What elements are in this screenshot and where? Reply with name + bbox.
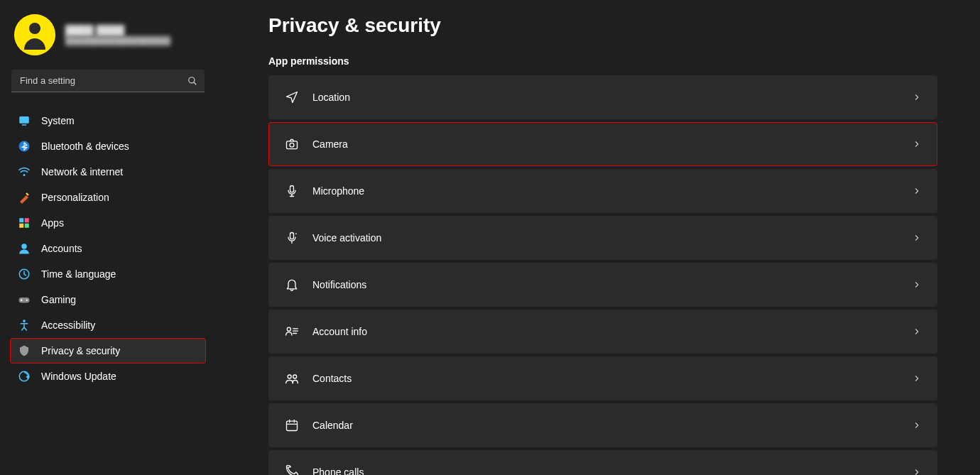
chevron-right-icon <box>912 233 922 243</box>
sidebar-item-accounts[interactable]: Accounts <box>10 236 206 261</box>
permission-item-microphone[interactable]: Microphone <box>268 169 937 213</box>
personalization-icon <box>17 190 31 204</box>
sidebar-item-system[interactable]: System <box>10 108 206 133</box>
accounts-icon <box>17 241 31 256</box>
svg-line-3 <box>194 82 197 85</box>
svg-rect-18 <box>287 141 298 149</box>
svg-point-16 <box>23 320 26 322</box>
sidebar-item-label: Time & language <box>41 268 116 280</box>
svg-rect-21 <box>290 233 294 239</box>
sidebar-item-label: System <box>41 115 75 126</box>
chevron-right-icon <box>912 420 922 430</box>
svg-point-27 <box>288 375 291 378</box>
svg-point-22 <box>295 233 297 234</box>
sidebar-item-bluetooth-devices[interactable]: Bluetooth & devices <box>10 133 206 159</box>
sidebar-item-windows-update[interactable]: Windows Update <box>10 364 206 389</box>
permission-label: Calendar <box>312 420 353 431</box>
svg-point-7 <box>23 174 26 176</box>
chevron-right-icon <box>912 186 922 196</box>
permission-label: Account info <box>312 326 367 337</box>
gaming-icon <box>17 293 31 307</box>
search-input[interactable] <box>11 70 205 92</box>
system-icon <box>17 114 31 128</box>
permission-item-voice-activation[interactable]: Voice activation <box>268 216 937 260</box>
svg-rect-20 <box>290 186 294 192</box>
svg-rect-8 <box>19 218 23 222</box>
sidebar-item-network-internet[interactable]: Network & internet <box>10 159 206 185</box>
page-title: Privacy & security <box>268 14 937 37</box>
time-language-icon <box>17 267 31 281</box>
sidebar-item-personalization[interactable]: Personalization <box>10 185 206 210</box>
main-content: Privacy & security App permissions Locat… <box>213 0 980 475</box>
permission-label: Camera <box>312 138 348 150</box>
svg-rect-11 <box>25 224 29 228</box>
wifi-icon <box>17 165 31 179</box>
svg-point-1 <box>29 23 40 34</box>
svg-rect-5 <box>22 124 26 126</box>
svg-point-28 <box>293 375 297 378</box>
bluetooth-icon <box>17 139 31 153</box>
svg-point-15 <box>26 300 28 301</box>
sidebar-item-privacy-security[interactable]: Privacy & security <box>10 338 206 364</box>
svg-point-2 <box>189 77 195 83</box>
svg-rect-10 <box>19 224 23 228</box>
permission-item-calendar[interactable]: Calendar <box>268 403 937 447</box>
sidebar-nav: SystemBluetooth & devicesNetwork & inter… <box>10 108 206 389</box>
user-name: ████ ████ <box>65 25 170 36</box>
section-title: App permissions <box>268 55 937 67</box>
permission-item-contacts[interactable]: Contacts <box>268 356 937 400</box>
sidebar-item-label: Apps <box>41 217 64 229</box>
sidebar-item-label: Bluetooth & devices <box>41 141 129 152</box>
avatar <box>14 14 55 55</box>
svg-rect-4 <box>19 116 29 124</box>
notifications-icon <box>284 277 300 293</box>
sidebar-item-label: Accessibility <box>41 320 95 331</box>
sidebar-item-accessibility[interactable]: Accessibility <box>10 312 206 338</box>
permissions-list: LocationCameraMicrophoneVoice activation… <box>268 75 937 475</box>
permission-item-account-info[interactable]: Account info <box>268 310 937 354</box>
user-info: ████ ████ ███████████████████ <box>65 25 170 45</box>
permission-label: Voice activation <box>312 232 381 244</box>
permission-item-notifications[interactable]: Notifications <box>268 263 937 307</box>
permission-item-phone-calls[interactable]: Phone calls <box>268 450 937 475</box>
permission-item-location[interactable]: Location <box>268 75 937 119</box>
svg-point-12 <box>21 244 27 249</box>
permission-label: Notifications <box>312 279 366 290</box>
sidebar-item-label: Network & internet <box>41 166 123 178</box>
account-info-icon <box>284 324 300 339</box>
sidebar-item-label: Accounts <box>41 243 82 254</box>
svg-rect-29 <box>287 421 298 430</box>
sidebar-item-label: Personalization <box>41 192 109 203</box>
voice-activation-icon <box>284 230 300 246</box>
location-icon <box>284 89 300 105</box>
permission-label: Location <box>312 92 350 103</box>
phone-calls-icon <box>284 464 300 475</box>
microphone-icon <box>284 183 300 199</box>
camera-icon <box>284 136 300 152</box>
chevron-right-icon <box>912 467 922 475</box>
permission-label: Contacts <box>312 373 352 384</box>
sidebar-item-label: Privacy & security <box>41 345 120 356</box>
permission-label: Microphone <box>312 185 364 197</box>
permission-item-camera[interactable]: Camera <box>268 122 937 166</box>
windows-update-icon <box>17 369 31 383</box>
sidebar: ████ ████ ███████████████████ SystemBlue… <box>0 0 213 475</box>
accessibility-icon <box>17 318 31 332</box>
chevron-right-icon <box>912 92 922 102</box>
contacts-icon <box>284 371 300 386</box>
apps-icon <box>17 216 31 230</box>
chevron-right-icon <box>912 327 922 337</box>
sidebar-item-time-language[interactable]: Time & language <box>10 261 206 287</box>
privacy-icon <box>17 344 31 358</box>
chevron-right-icon <box>912 373 922 383</box>
user-account-block[interactable]: ████ ████ ███████████████████ <box>10 11 206 67</box>
sidebar-item-gaming[interactable]: Gaming <box>10 287 206 312</box>
search-box[interactable] <box>11 70 205 92</box>
svg-point-19 <box>290 143 294 147</box>
chevron-right-icon <box>912 139 922 149</box>
sidebar-item-label: Gaming <box>41 294 76 305</box>
sidebar-item-apps[interactable]: Apps <box>10 210 206 236</box>
sidebar-item-label: Windows Update <box>41 371 116 382</box>
svg-rect-9 <box>25 218 29 222</box>
chevron-right-icon <box>912 280 922 290</box>
